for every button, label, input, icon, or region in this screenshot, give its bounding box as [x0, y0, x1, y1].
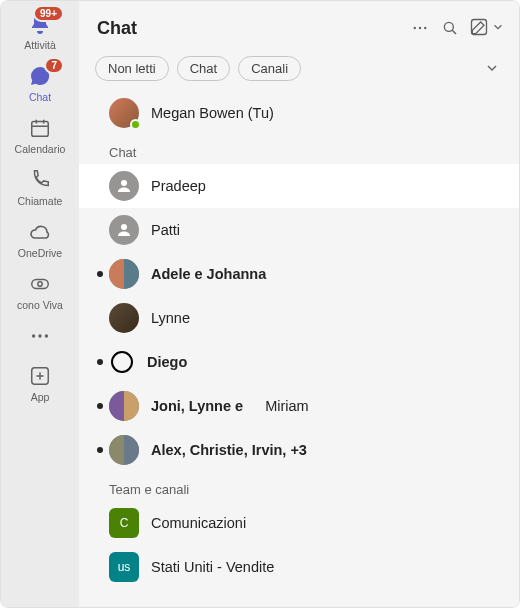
rail-more[interactable] — [6, 317, 74, 355]
status-ring-icon — [111, 351, 133, 373]
chat-item-patti[interactable]: Patti — [79, 208, 519, 252]
chat-panel: Chat Non letti Chat Canali — [79, 1, 519, 607]
svg-point-18 — [121, 180, 127, 186]
avatar — [109, 259, 139, 289]
svg-point-14 — [424, 27, 426, 29]
self-item[interactable]: Megan Bowen (Tu) — [79, 91, 519, 135]
filter-unread[interactable]: Non letti — [95, 56, 169, 81]
chat-item-joni-lynne[interactable]: Joni, Lynne e Miriam — [79, 384, 519, 428]
unread-dot-icon — [97, 403, 103, 409]
avatar — [109, 303, 139, 333]
svg-point-6 — [32, 334, 35, 337]
section-teams: Team e canali — [79, 472, 519, 501]
rail-calendar[interactable]: Calendario — [6, 109, 74, 161]
search-button[interactable] — [435, 13, 465, 43]
svg-point-8 — [45, 334, 48, 337]
cloud-icon — [27, 219, 53, 245]
rail-label: Chat — [29, 91, 51, 103]
rail-label: OneDrive — [18, 247, 62, 259]
svg-line-16 — [452, 30, 456, 34]
new-chat-button[interactable] — [469, 17, 505, 40]
svg-point-19 — [121, 224, 127, 230]
avatar — [109, 391, 139, 421]
rail-activity[interactable]: 99+ Attività — [6, 5, 74, 57]
app-root: 99+ Attività 7 Chat Calendario Chiamate — [0, 0, 520, 608]
svg-rect-17 — [472, 19, 487, 34]
activity-badge: 99+ — [33, 5, 64, 22]
more-button[interactable] — [405, 13, 435, 43]
rail-onedrive[interactable]: OneDrive — [6, 213, 74, 265]
chat-name: Diego — [147, 354, 187, 370]
rail-chat[interactable]: 7 Chat — [6, 57, 74, 109]
rail-label: App — [31, 391, 50, 403]
left-rail: 99+ Attività 7 Chat Calendario Chiamate — [1, 1, 79, 607]
svg-point-5 — [38, 282, 42, 286]
unread-dot-icon — [97, 271, 103, 277]
avatar — [109, 171, 139, 201]
filter-channels[interactable]: Canali — [238, 56, 301, 81]
chat-item-pradeep[interactable]: Pradeep — [79, 164, 519, 208]
chat-name: Pradeep — [151, 178, 206, 194]
rail-label: cono Viva — [17, 299, 63, 311]
channel-item-stati-uniti[interactable]: us Stati Uniti - Vendite — [79, 545, 519, 589]
avatar — [109, 435, 139, 465]
svg-point-12 — [414, 27, 416, 29]
chat-extra: Miriam — [265, 398, 309, 414]
chat-item-alex-group[interactable]: Alex, Christie, Irvin, +3 — [79, 428, 519, 472]
channel-avatar: C — [109, 508, 139, 538]
plus-square-icon — [27, 363, 53, 389]
section-chat: Chat — [79, 135, 519, 164]
rail-calls[interactable]: Chiamate — [6, 161, 74, 213]
channel-name: Comunicazioni — [151, 515, 246, 531]
link-icon — [27, 271, 53, 297]
chat-badge: 7 — [44, 57, 64, 74]
compose-icon — [469, 17, 489, 40]
collapse-button[interactable] — [479, 55, 505, 81]
rail-viva[interactable]: cono Viva — [6, 265, 74, 317]
chat-name: Lynne — [151, 310, 190, 326]
chat-name: Patti — [151, 222, 180, 238]
avatar — [109, 215, 139, 245]
chat-name: Adele e Johanna — [151, 266, 266, 282]
chat-item-lynne[interactable]: Lynne — [79, 296, 519, 340]
chat-name: Alex, Christie, Irvin, +3 — [151, 442, 307, 458]
unread-dot-icon — [97, 359, 103, 365]
chat-item-diego[interactable]: Diego — [79, 340, 519, 384]
unread-dot-icon — [97, 447, 103, 453]
more-icon — [27, 323, 53, 349]
rail-label: Chiamate — [18, 195, 63, 207]
rail-label: Calendario — [15, 143, 66, 155]
svg-point-15 — [444, 22, 453, 31]
svg-rect-0 — [32, 122, 49, 137]
chevron-down-icon — [491, 20, 505, 37]
chat-list: Megan Bowen (Tu) Chat Pradeep Patti — [79, 91, 519, 607]
channel-avatar: us — [109, 552, 139, 582]
presence-available-icon — [130, 119, 141, 130]
svg-point-7 — [38, 334, 41, 337]
rail-label: Attività — [24, 39, 56, 51]
page-title: Chat — [97, 18, 405, 39]
calendar-icon — [27, 115, 53, 141]
channel-item-comunicazioni[interactable]: C Comunicazioni — [79, 501, 519, 545]
svg-point-13 — [419, 27, 421, 29]
channel-name: Stati Uniti - Vendite — [151, 559, 274, 575]
rail-apps[interactable]: App — [6, 357, 74, 409]
self-name: Megan Bowen (Tu) — [151, 105, 274, 121]
chat-name: Joni, Lynne e — [151, 398, 243, 414]
svg-rect-4 — [32, 279, 49, 288]
filter-row: Non letti Chat Canali — [79, 51, 519, 91]
phone-icon — [27, 167, 53, 193]
panel-header: Chat — [79, 1, 519, 51]
chat-item-adele-johanna[interactable]: Adele e Johanna — [79, 252, 519, 296]
filter-chat[interactable]: Chat — [177, 56, 230, 81]
